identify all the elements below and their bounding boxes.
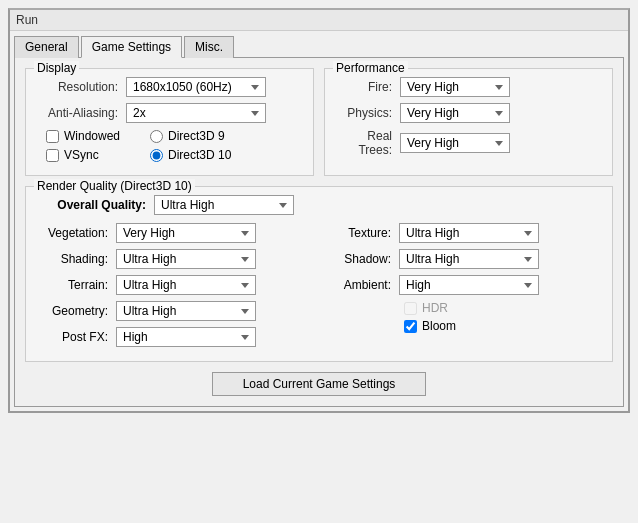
- vegetation-label: Vegetation:: [36, 226, 116, 240]
- texture-select[interactable]: Ultra High: [399, 223, 539, 243]
- physics-label: Physics:: [335, 106, 400, 120]
- tab-general[interactable]: General: [14, 36, 79, 58]
- vegetation-row: Vegetation: Very High: [36, 223, 309, 243]
- real-trees-row: Real Trees: Very High: [335, 129, 602, 157]
- vegetation-select[interactable]: Very High: [116, 223, 256, 243]
- dx10-label: Direct3D 10: [168, 148, 231, 162]
- bloom-label: Bloom: [422, 319, 456, 333]
- render-left-col: Vegetation: Very High Shading: Ultra Hig…: [36, 223, 309, 353]
- dx9-row: Direct3D 9: [150, 129, 231, 143]
- physics-select[interactable]: Very High: [400, 103, 510, 123]
- real-trees-select[interactable]: Very High: [400, 133, 510, 153]
- geometry-label: Geometry:: [36, 304, 116, 318]
- render-inner: Vegetation: Very High Shading: Ultra Hig…: [36, 223, 602, 353]
- tab-misc[interactable]: Misc.: [184, 36, 234, 58]
- terrain-label: Terrain:: [36, 278, 116, 292]
- vsync-checkbox[interactable]: [46, 149, 59, 162]
- texture-label: Texture:: [329, 226, 399, 240]
- checkboxes: Windowed VSync: [36, 129, 120, 167]
- shadow-label: Shadow:: [329, 252, 399, 266]
- performance-section: Performance Fire: Very High Physics: Ver…: [324, 68, 613, 176]
- post-fx-select[interactable]: High: [116, 327, 256, 347]
- shading-select[interactable]: Ultra High: [116, 249, 256, 269]
- antialiasing-label: Anti-Aliasing:: [36, 106, 126, 120]
- top-sections: Display Resolution: 1680x1050 (60Hz) Ant…: [25, 68, 613, 176]
- resolution-label: Resolution:: [36, 80, 126, 94]
- button-row: Load Current Game Settings: [25, 372, 613, 396]
- load-current-button[interactable]: Load Current Game Settings: [212, 372, 427, 396]
- terrain-row: Terrain: Ultra High: [36, 275, 309, 295]
- hdr-checkbox: [404, 302, 417, 315]
- display-section: Display Resolution: 1680x1050 (60Hz) Ant…: [25, 68, 314, 176]
- real-trees-label: Real Trees:: [335, 129, 400, 157]
- tab-game-settings[interactable]: Game Settings: [81, 36, 182, 58]
- bloom-row: Bloom: [404, 319, 602, 333]
- dx9-radio[interactable]: [150, 130, 163, 143]
- fire-label: Fire:: [335, 80, 400, 94]
- antialiasing-select[interactable]: 2x: [126, 103, 266, 123]
- display-title: Display: [34, 61, 79, 75]
- vsync-row: VSync: [36, 148, 120, 162]
- bloom-checkbox[interactable]: [404, 320, 417, 333]
- antialiasing-row: Anti-Aliasing: 2x: [36, 103, 303, 123]
- render-section: Render Quality (Direct3D 10) Overall Qua…: [25, 186, 613, 362]
- geometry-row: Geometry: Ultra High: [36, 301, 309, 321]
- terrain-select[interactable]: Ultra High: [116, 275, 256, 295]
- render-right-col: Texture: Ultra High Shadow: Ultra High A…: [329, 223, 602, 353]
- shadow-select[interactable]: Ultra High: [399, 249, 539, 269]
- physics-row: Physics: Very High: [335, 103, 602, 123]
- ambient-row: Ambient: High: [329, 275, 602, 295]
- main-window: Run General Game Settings Misc. Display …: [8, 8, 630, 413]
- post-fx-row: Post FX: High: [36, 327, 309, 347]
- texture-row: Texture: Ultra High: [329, 223, 602, 243]
- overall-quality-row: Overall Quality: Ultra High: [36, 195, 602, 215]
- windowed-checkbox[interactable]: [46, 130, 59, 143]
- performance-title: Performance: [333, 61, 408, 75]
- post-fx-label: Post FX:: [36, 330, 116, 344]
- render-title: Render Quality (Direct3D 10): [34, 179, 195, 193]
- fire-select[interactable]: Very High: [400, 77, 510, 97]
- bottom-options: Windowed VSync Direct3D 9: [36, 129, 303, 167]
- fire-row: Fire: Very High: [335, 77, 602, 97]
- vsync-label: VSync: [64, 148, 99, 162]
- extra-checkboxes: HDR Bloom: [329, 301, 602, 333]
- shading-row: Shading: Ultra High: [36, 249, 309, 269]
- directx-radios: Direct3D 9 Direct3D 10: [140, 129, 231, 167]
- geometry-select[interactable]: Ultra High: [116, 301, 256, 321]
- ambient-label: Ambient:: [329, 278, 399, 292]
- dx10-radio[interactable]: [150, 149, 163, 162]
- windowed-label: Windowed: [64, 129, 120, 143]
- hdr-label: HDR: [422, 301, 448, 315]
- tab-bar: General Game Settings Misc.: [10, 31, 628, 57]
- resolution-select[interactable]: 1680x1050 (60Hz): [126, 77, 266, 97]
- window-title: Run: [10, 10, 628, 31]
- overall-label: Overall Quality:: [36, 198, 146, 212]
- dx10-row: Direct3D 10: [150, 148, 231, 162]
- shading-label: Shading:: [36, 252, 116, 266]
- overall-select[interactable]: Ultra High: [154, 195, 294, 215]
- resolution-row: Resolution: 1680x1050 (60Hz): [36, 77, 303, 97]
- ambient-select[interactable]: High: [399, 275, 539, 295]
- tab-content: Display Resolution: 1680x1050 (60Hz) Ant…: [14, 57, 624, 407]
- shadow-row: Shadow: Ultra High: [329, 249, 602, 269]
- windowed-row: Windowed: [36, 129, 120, 143]
- dx9-label: Direct3D 9: [168, 129, 225, 143]
- hdr-row: HDR: [404, 301, 602, 315]
